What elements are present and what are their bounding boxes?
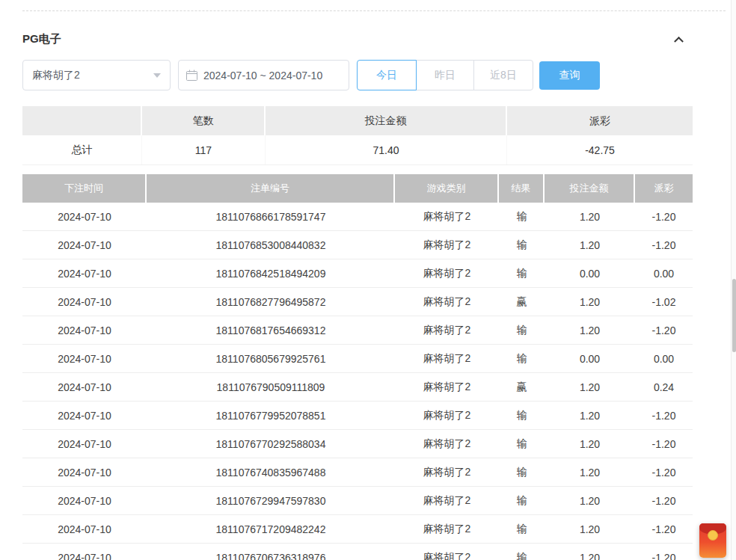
cell-order-number: 1811076866178591747 [147, 203, 395, 230]
cell-order-number: 1811076842518494209 [147, 259, 395, 287]
cell-bet-amount: 1.20 [545, 373, 635, 401]
cell-payout: 0.24 [635, 373, 693, 401]
col-header-order-number: 注单编号 [147, 174, 395, 203]
cell-payout: -1.20 [635, 316, 693, 344]
top-divider [22, 10, 726, 11]
cell-bet-amount: 1.20 [545, 487, 635, 514]
cell-result: 输 [499, 515, 545, 543]
summary-table: 笔数 投注金额 派彩 总计 117 71.40 -42.75 [22, 106, 693, 165]
cell-bet-amount: 1.20 [545, 231, 635, 259]
cell-game-type: 麻将胡了2 [395, 430, 499, 458]
cell-bet-amount: 1.20 [545, 458, 635, 486]
cell-game-type: 麻将胡了2 [395, 515, 499, 543]
cell-bet-amount: 1.20 [545, 544, 635, 560]
records-table: 下注时间 注单编号 游戏类别 结果 投注金额 派彩 2024-07-10 181… [22, 174, 693, 560]
cell-result: 输 [499, 487, 545, 514]
cell-result: 输 [499, 203, 545, 230]
summary-total-row: 总计 117 71.40 -42.75 [22, 135, 693, 165]
table-row: 2024-07-10 1811076827796495872 麻将胡了2 赢 1… [22, 288, 693, 316]
cell-payout: -1.20 [635, 203, 693, 230]
betting-records-page: PG电子 麻将胡了2 2024-07-10 ~ 2024-07-10 今日 昨日 [0, 0, 736, 560]
table-row: 2024-07-10 1811076866178591747 麻将胡了2 输 1… [22, 203, 693, 231]
cell-order-number: 1811076779952078851 [147, 401, 395, 429]
summary-payout-value: -42.75 [507, 135, 693, 164]
game-select[interactable]: 麻将胡了2 [22, 60, 171, 90]
cell-bet-time: 2024-07-10 [22, 401, 147, 429]
cell-order-number: 1811076729947597830 [147, 487, 395, 514]
date-range-value: 2024-07-10 ~ 2024-07-10 [203, 70, 322, 81]
col-header-game-type: 游戏类别 [395, 174, 499, 203]
scrollbar-thumb[interactable] [732, 279, 736, 352]
summary-header-empty [22, 106, 142, 135]
cell-bet-amount: 1.20 [545, 401, 635, 429]
cell-result: 输 [499, 345, 545, 372]
cell-result: 赢 [499, 288, 545, 316]
table-row: 2024-07-10 1811076717209482242 麻将胡了2 输 1… [22, 515, 693, 544]
filter-bar: 麻将胡了2 2024-07-10 ~ 2024-07-10 今日 昨日 近8日 … [22, 60, 600, 90]
query-button[interactable]: 查询 [539, 61, 600, 90]
cell-bet-amount: 0.00 [545, 345, 635, 372]
recent-8-days-button[interactable]: 近8日 [473, 60, 533, 90]
cell-bet-time: 2024-07-10 [22, 345, 147, 372]
summary-header-bet: 投注金额 [266, 106, 507, 135]
cell-game-type: 麻将胡了2 [395, 203, 499, 230]
cell-order-number: 1811076770292588034 [147, 430, 395, 458]
cell-bet-time: 2024-07-10 [22, 203, 147, 230]
cell-payout: -1.20 [635, 515, 693, 543]
cell-order-number: 1811076717209482242 [147, 515, 395, 543]
cell-result: 输 [499, 316, 545, 344]
summary-bet-value: 71.40 [266, 135, 507, 164]
cell-game-type: 麻将胡了2 [395, 544, 499, 560]
cell-bet-time: 2024-07-10 [22, 373, 147, 401]
collapse-button[interactable] [672, 32, 685, 46]
cell-payout: -1.20 [635, 544, 693, 560]
cell-bet-amount: 1.20 [545, 203, 635, 230]
cell-bet-time: 2024-07-10 [22, 487, 147, 514]
table-row: 2024-07-10 1811076729947597830 麻将胡了2 输 1… [22, 487, 693, 515]
cell-result: 输 [499, 544, 545, 560]
cell-payout: -1.20 [635, 458, 693, 486]
cell-order-number: 1811076790509111809 [147, 373, 395, 401]
table-row: 2024-07-10 1811076706736318976 麻将胡了2 输 1… [22, 544, 693, 560]
cell-game-type: 麻将胡了2 [395, 259, 499, 287]
today-button[interactable]: 今日 [357, 60, 417, 90]
cell-bet-amount: 1.20 [545, 288, 635, 316]
scrollbar[interactable] [731, 0, 736, 560]
cell-order-number: 1811076740835967488 [147, 458, 395, 486]
quick-filter-group: 今日 昨日 近8日 [357, 60, 533, 90]
cell-game-type: 麻将胡了2 [395, 458, 499, 486]
summary-header-payout: 派彩 [507, 106, 693, 135]
col-header-bet-time: 下注时间 [22, 174, 147, 203]
cell-order-number: 1811076706736318976 [147, 544, 395, 560]
table-row: 2024-07-10 1811076842518494209 麻将胡了2 输 0… [22, 259, 693, 288]
cell-bet-time: 2024-07-10 [22, 231, 147, 259]
coin-icon [708, 530, 718, 541]
red-packet-button[interactable] [699, 523, 726, 558]
cell-bet-time: 2024-07-10 [22, 259, 147, 287]
chevron-down-icon [153, 73, 161, 78]
cell-order-number: 1811076805679925761 [147, 345, 395, 372]
cell-order-number: 1811076827796495872 [147, 288, 395, 316]
summary-header-count: 笔数 [142, 106, 266, 135]
cell-order-number: 1811076853008440832 [147, 231, 395, 259]
table-row: 2024-07-10 1811076790509111809 麻将胡了2 赢 1… [22, 373, 693, 401]
cell-game-type: 麻将胡了2 [395, 231, 499, 259]
col-header-bet-amount: 投注金额 [545, 174, 635, 203]
cell-payout: -1.20 [635, 231, 693, 259]
yesterday-button[interactable]: 昨日 [416, 60, 474, 90]
cell-payout: -1.20 [635, 430, 693, 458]
summary-count-value: 117 [142, 135, 266, 164]
cell-bet-time: 2024-07-10 [22, 430, 147, 458]
col-header-payout: 派彩 [635, 174, 693, 203]
cell-result: 输 [499, 458, 545, 486]
date-range-picker[interactable]: 2024-07-10 ~ 2024-07-10 [178, 60, 349, 90]
table-row: 2024-07-10 1811076740835967488 麻将胡了2 输 1… [22, 458, 693, 487]
section-header: PG电子 [22, 30, 685, 48]
cell-payout: 0.00 [635, 259, 693, 287]
cell-game-type: 麻将胡了2 [395, 487, 499, 514]
col-header-result: 结果 [499, 174, 545, 203]
table-body: 2024-07-10 1811076866178591747 麻将胡了2 输 1… [22, 203, 693, 560]
summary-header-row: 笔数 投注金额 派彩 [22, 106, 693, 135]
cell-bet-time: 2024-07-10 [22, 316, 147, 344]
section-title: PG电子 [22, 32, 61, 46]
